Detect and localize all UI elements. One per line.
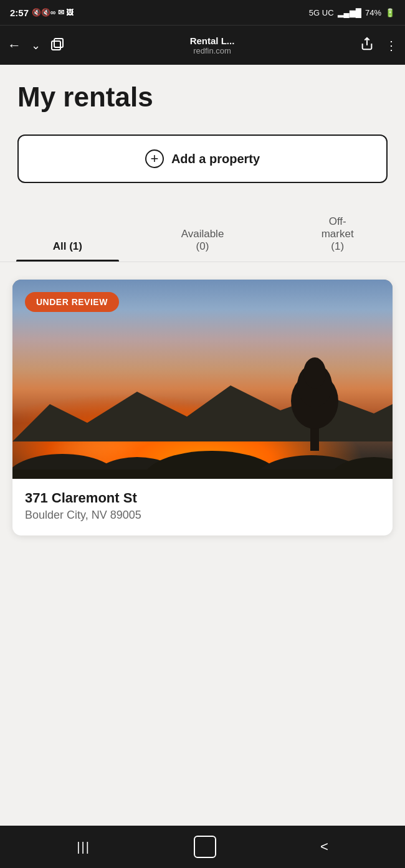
battery-label: 74% [365, 8, 381, 17]
under-review-badge: UNDER REVIEW [25, 292, 119, 312]
add-property-section: + Add a property [0, 112, 405, 196]
add-property-button[interactable]: + Add a property [17, 134, 388, 183]
page-title: My rentals [0, 65, 405, 112]
home-button[interactable] [194, 836, 216, 858]
tab-available[interactable]: Available (0) [135, 220, 270, 262]
tree-silhouette [287, 351, 343, 451]
svg-point-7 [303, 357, 326, 389]
network-label: 5G UC [309, 8, 334, 17]
property-list: UNDER REVIEW 371 Claremont St Boulder Ci… [0, 262, 405, 548]
plus-icon: + [145, 149, 164, 168]
property-info: 371 Claremont St Boulder City, NV 89005 [12, 479, 393, 535]
dropdown-button[interactable]: ⌄ [31, 39, 40, 52]
svg-rect-1 [54, 39, 63, 47]
browser-navbar: ← ⌄ Rental L... redfin.com ⋮ [0, 25, 405, 65]
time-display: 2:57 [10, 7, 29, 18]
signal-icons: 🔇🔇∞ ✉ 🖼 [32, 8, 74, 17]
battery-icon: 🔋 [385, 8, 395, 17]
url-display: redfin.com [193, 46, 231, 55]
tab-available-label: Available (0) [181, 228, 224, 252]
property-image-wrapper: UNDER REVIEW [12, 280, 393, 479]
share-button[interactable] [360, 37, 374, 54]
more-menu-button[interactable]: ⋮ [385, 38, 398, 53]
tab-all[interactable]: All (1) [0, 233, 135, 262]
url-area[interactable]: Rental L... redfin.com [74, 35, 350, 55]
home-icon [194, 836, 216, 858]
tab-all-label: All (1) [53, 240, 82, 252]
property-card[interactable]: UNDER REVIEW 371 Claremont St Boulder Ci… [12, 280, 393, 535]
signal-strength-icon: ▂▄▆█ [338, 8, 361, 17]
back-nav-button[interactable]: < [320, 839, 328, 855]
recent-apps-button[interactable]: ||| [77, 840, 90, 854]
main-content: My rentals + Add a property All (1) Avai… [0, 65, 405, 826]
bottom-nav: ||| < [0, 826, 405, 868]
status-right: 5G UC ▂▄▆█ 74% 🔋 [309, 8, 395, 17]
bush-silhouette [12, 438, 393, 479]
status-bar: 2:57 🔇🔇∞ ✉ 🖼 5G UC ▂▄▆█ 74% 🔋 [0, 0, 405, 25]
add-property-label: Add a property [171, 152, 260, 166]
filter-tabs: All (1) Available (0) Off- market (1) [0, 196, 405, 262]
property-city: Boulder City, NV 89005 [25, 509, 380, 522]
back-button[interactable]: ← [7, 37, 21, 54]
property-address: 371 Claremont St [25, 490, 380, 506]
status-time: 2:57 🔇🔇∞ ✉ 🖼 [10, 7, 74, 18]
browser-action-buttons: ⋮ [360, 37, 398, 54]
page-tab-title: Rental L... [190, 35, 235, 46]
tab-off-market-label: Off- market (1) [322, 215, 354, 252]
svg-rect-0 [52, 41, 60, 50]
tabs-button[interactable] [50, 37, 64, 54]
tab-off-market[interactable]: Off- market (1) [270, 208, 405, 262]
svg-rect-13 [12, 469, 393, 479]
